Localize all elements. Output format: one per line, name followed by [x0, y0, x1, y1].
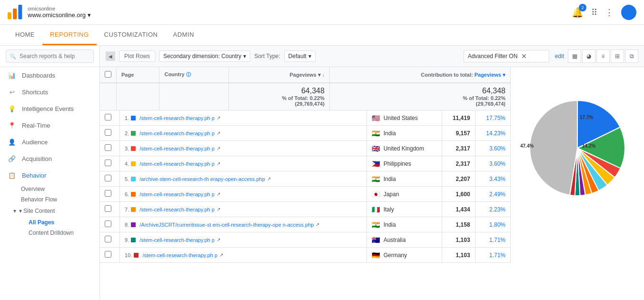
ga-logo-icon	[8, 5, 23, 20]
sort-type-label: Sort Type:	[254, 53, 280, 60]
secondary-dimension-dropdown[interactable]: Secondary dimension: Country ▾	[159, 50, 250, 62]
sidebar-item-label: Behavior	[22, 172, 46, 179]
sidebar-sub-behavior-flow[interactable]: Behavior Flow	[0, 194, 99, 205]
select-all-checkbox[interactable]	[105, 71, 111, 78]
country-col-header: Country ⓘ	[159, 67, 229, 83]
notification-button[interactable]: 🔔 2	[572, 7, 584, 18]
flag-0: 🇺🇸	[372, 114, 380, 122]
row-checkbox-5[interactable]	[105, 190, 111, 197]
compare-view-icon[interactable]: ⧉	[625, 50, 638, 63]
sidebar-item-label: Dashboards	[22, 72, 55, 79]
sidebar-sub-overview[interactable]: Overview	[0, 184, 99, 194]
sidebar-item-acquisition[interactable]: 🔗 Acquisition	[0, 150, 99, 167]
table-row: 8. /ArchiveJSCRT/currentissue-st em-cell…	[100, 217, 511, 232]
page-link-6[interactable]: /stem-cell-research-therapy.ph p	[139, 207, 215, 212]
sidebar-item-intelligence[interactable]: 💡 Intelligence Events	[0, 100, 99, 117]
data-rows-table: 1. /stem-cell-research-therapy.ph p ↗ 🇺🇸…	[100, 110, 511, 263]
table-row: 2. /stem-cell-research-therapy.ph p ↗ 🇮🇳…	[100, 126, 511, 141]
row-checkbox-6[interactable]	[105, 205, 111, 212]
tab-admin[interactable]: ADMIN	[165, 25, 201, 45]
sidebar-sub-site-content[interactable]: ▾ ▾ Site Content	[0, 205, 99, 217]
site-info: omicsonline www.omicsonline.org ▾	[28, 6, 91, 19]
page-link-8[interactable]: /stem-cell-research-therapy.ph p	[139, 237, 215, 243]
edit-link[interactable]: edit	[555, 53, 564, 60]
site-url[interactable]: www.omicsonline.org ▾	[28, 11, 91, 19]
sort-type-dropdown[interactable]: Default ▾	[284, 50, 316, 62]
page-link-5[interactable]: /stem-cell-research-therapy.ph p	[139, 191, 215, 197]
pageviews-col-header[interactable]: Pageviews ▾ ↓	[229, 67, 330, 83]
total-pct-denom: (29,769,474)	[234, 101, 325, 107]
dashboards-icon: 📊	[8, 72, 16, 79]
page-link-0[interactable]: /stem-cell-research-therapy.ph p	[139, 115, 215, 121]
total-pageviews: 64,348	[234, 87, 325, 95]
table-row: 6. /stem-cell-research-therapy.ph p ↗ 🇯🇵…	[100, 187, 511, 202]
sidebar-search-area	[0, 46, 99, 67]
filter-box: Advanced Filter ON ✕	[464, 50, 549, 62]
page-link-7[interactable]: /ArchiveJSCRT/currentissue-st em-cell-re…	[139, 222, 314, 228]
row-checkbox-3[interactable]	[105, 160, 111, 166]
tab-customization[interactable]: CUSTOMIZATION	[97, 25, 166, 45]
pageviews-cell-5: 1,600	[442, 187, 476, 202]
plot-rows-button[interactable]: Plot Rows	[119, 50, 155, 62]
search-input[interactable]	[6, 50, 94, 63]
row-checkbox-4[interactable]	[105, 175, 111, 181]
view-icons: ▦ ◕ ≡ ⊞ ⧉	[568, 50, 638, 63]
pageviews-cell-8: 1,103	[442, 232, 476, 248]
sidebar-item-label: Shortcuts	[22, 89, 48, 96]
page-link-9[interactable]: /stem-cell-research-therapy.ph p	[142, 252, 218, 258]
row-checkbox-7[interactable]	[105, 220, 111, 227]
total-pct-label-2: % of Total: 0.22%	[335, 95, 505, 101]
collapse-button[interactable]: ◀	[106, 51, 115, 61]
sidebar-item-shortcuts[interactable]: ↩ Shortcuts	[0, 84, 99, 100]
sidebar-item-audience[interactable]: 👤 Audience	[0, 134, 99, 150]
logo-area: omicsonline www.omicsonline.org ▾	[8, 5, 91, 20]
page-link-3[interactable]: /stem-cell-research-therapy.ph p	[139, 161, 215, 167]
apps-grid-icon[interactable]: ⠿	[591, 7, 597, 18]
link-icon-1: ↗	[217, 130, 220, 136]
page-col-header: Page	[117, 67, 159, 83]
flag-8: 🇦🇺	[372, 236, 380, 244]
sidebar-item-dashboards[interactable]: 📊 Dashboards	[0, 67, 99, 84]
tab-home[interactable]: HOME	[8, 25, 42, 45]
country-name-9: Germany	[384, 252, 407, 259]
page-link-4[interactable]: /archive-stem-cell-research-th erapy-ope…	[139, 176, 265, 182]
grid-view-icon[interactable]: ▦	[568, 50, 581, 63]
link-icon-4: ↗	[267, 176, 271, 181]
audience-icon: 👤	[8, 139, 16, 146]
filter-close-button[interactable]: ✕	[521, 52, 527, 60]
sort-desc-icon: ↓	[322, 72, 325, 78]
country-name-6: Italy	[384, 206, 394, 213]
contribution-metric[interactable]: Pageviews ▾	[475, 72, 505, 78]
row-checkbox-1[interactable]	[105, 129, 111, 136]
row-checkbox-8[interactable]	[105, 236, 111, 242]
sidebar-sub-all-pages[interactable]: All Pages	[0, 217, 99, 228]
user-avatar[interactable]	[621, 5, 636, 20]
pct-cell-4: 3.43%	[475, 171, 510, 187]
country-name-0: United States	[384, 115, 418, 121]
list-view-icon[interactable]: ≡	[596, 50, 610, 63]
sidebar-item-behavior[interactable]: 📋 Behavior	[0, 167, 99, 184]
row-checkbox-0[interactable]	[105, 114, 111, 120]
country-name-7: India	[384, 221, 396, 228]
page-link-2[interactable]: /stem-cell-research-therapy.ph p	[139, 146, 215, 151]
toolbar: ◀ Plot Rows Secondary dimension: Country…	[100, 46, 644, 67]
more-options-icon[interactable]: ⋮	[605, 7, 614, 18]
page-link-1[interactable]: /stem-cell-research-therapy.ph p	[139, 130, 215, 136]
chevron-down-icon: ▾	[243, 53, 246, 60]
chevron-down-icon: ▾	[88, 11, 91, 19]
pivot-view-icon[interactable]: ⊞	[611, 50, 624, 63]
flag-9: 🇩🇪	[372, 251, 380, 259]
behavior-icon: 📋	[8, 172, 16, 179]
total-pct-label: % of Total: 0.22%	[234, 95, 325, 101]
row-checkbox-9[interactable]	[105, 251, 111, 258]
sidebar-sub-content-drilldown[interactable]: Content Drilldown	[0, 228, 99, 238]
row-checkbox-2[interactable]	[105, 144, 111, 151]
select-all-header	[100, 67, 117, 83]
tab-reporting[interactable]: REPORTING	[42, 25, 97, 45]
dropdown-icon: ▾	[318, 72, 321, 78]
pie-view-icon[interactable]: ◕	[582, 50, 595, 63]
color-dot-1	[131, 131, 136, 136]
sidebar-item-realtime[interactable]: 📍 Real-Time	[0, 117, 99, 134]
pie-slice-10	[530, 100, 577, 195]
flag-4: 🇮🇳	[372, 175, 380, 183]
